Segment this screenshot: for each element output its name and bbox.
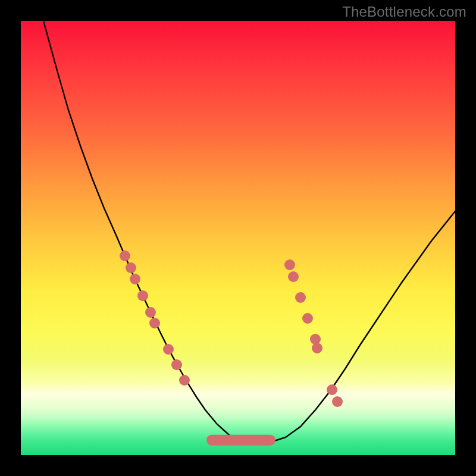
curve-marker: [126, 262, 136, 273]
curve-marker: [295, 292, 306, 303]
curve-marker: [171, 359, 182, 370]
curve-marker: [332, 396, 343, 407]
curve-marker: [130, 274, 140, 284]
curve-marker: [137, 290, 148, 301]
bottleneck-curve: [43, 21, 455, 443]
curve-marker: [288, 271, 299, 282]
curve-svg: [21, 21, 455, 455]
watermark-text: TheBottleneck.com: [342, 4, 466, 20]
curve-marker: [179, 375, 190, 386]
curve-marker: [312, 343, 322, 353]
curve-marker: [145, 307, 156, 318]
curve-marker: [149, 318, 160, 328]
plot-area: [21, 21, 455, 455]
curve-marker-bar: [206, 435, 275, 446]
curve-marker: [120, 250, 130, 261]
curve-marker: [284, 259, 295, 270]
chart-frame: TheBottleneck.com: [0, 0, 476, 476]
curve-marker: [327, 384, 337, 395]
curve-marker: [302, 313, 313, 324]
curve-marker: [163, 344, 174, 355]
curve-marker: [310, 334, 321, 345]
